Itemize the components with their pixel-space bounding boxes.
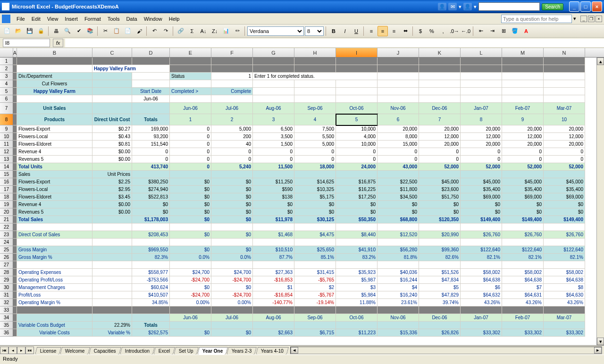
comma-button[interactable]: ,	[438, 26, 448, 36]
cell[interactable]: 52,000	[544, 163, 585, 171]
cell[interactable]: -$24,700	[211, 291, 253, 299]
cell[interactable]: $45,000	[544, 178, 585, 186]
cell[interactable]	[13, 216, 17, 223]
cell[interactable]: 6	[378, 114, 419, 125]
cell[interactable]: Start Date	[132, 88, 170, 95]
cell[interactable]	[92, 314, 132, 322]
scroll-right-icon[interactable]: ▸	[594, 347, 602, 354]
cell[interactable]: 1	[211, 73, 253, 80]
cell[interactable]	[294, 95, 336, 103]
cell[interactable]: $15,336	[378, 329, 419, 337]
copy-button[interactable]: 📋	[111, 26, 122, 36]
cell[interactable]: $40,036	[378, 269, 419, 276]
cell[interactable]	[502, 239, 544, 246]
close-button[interactable]: ×	[592, 1, 602, 12]
cell[interactable]: 10,000	[336, 141, 378, 148]
cell[interactable]: $558,977	[132, 269, 170, 276]
cell[interactable]	[92, 231, 132, 239]
cell[interactable]	[461, 80, 502, 88]
cell[interactable]: $64,638	[544, 276, 585, 284]
cell[interactable]: $0	[211, 201, 253, 208]
cell[interactable]: 0	[502, 148, 544, 156]
cell[interactable]	[170, 58, 211, 65]
cell[interactable]: Dec-06	[419, 103, 461, 114]
cell[interactable]: $60,624	[132, 284, 170, 291]
cell[interactable]: Operating Margin %	[17, 299, 92, 306]
sheet-tab-years-2-3[interactable]: Years 2-3	[226, 347, 257, 355]
cell[interactable]: 20,000	[461, 141, 502, 148]
hyperlink-button[interactable]: 🔗	[176, 26, 186, 36]
row-header-14[interactable]: 14	[0, 163, 13, 171]
menu-tools[interactable]: Tools	[104, 15, 123, 23]
cell[interactable]: 52,000	[461, 163, 502, 171]
cell[interactable]: -$16,853	[253, 276, 294, 284]
redo-button[interactable]: ↷	[160, 26, 171, 36]
cell[interactable]: 12,000	[502, 133, 544, 141]
cell[interactable]: Total Sales	[17, 216, 92, 223]
cell[interactable]	[253, 95, 294, 103]
row-header-3[interactable]: 3	[0, 73, 13, 80]
cell[interactable]	[132, 223, 170, 231]
cell[interactable]: Jul-06	[211, 314, 253, 322]
cell[interactable]	[92, 223, 132, 231]
cell[interactable]: 23.61%	[378, 299, 419, 306]
cell[interactable]: 40	[211, 141, 253, 148]
cell[interactable]	[17, 314, 92, 322]
cell[interactable]	[17, 306, 92, 314]
cell[interactable]: $27,363	[253, 269, 294, 276]
cell[interactable]: $5,984	[336, 291, 378, 299]
cell[interactable]: -140.77%	[253, 299, 294, 306]
cell[interactable]: $0	[170, 329, 211, 337]
cell[interactable]: 0	[170, 133, 211, 141]
cell[interactable]	[461, 261, 502, 269]
cell[interactable]: $45,000	[419, 178, 461, 186]
cell[interactable]: $8,440	[336, 231, 378, 239]
sheet-tab-capacities[interactable]: Capacities	[89, 347, 121, 355]
cell[interactable]: $35,400	[502, 186, 544, 193]
scroll-up-icon[interactable]: ▴	[597, 58, 604, 65]
cell[interactable]	[211, 58, 253, 65]
autosum-button[interactable]: Σ	[187, 26, 197, 36]
undo-button[interactable]: ↶	[149, 26, 159, 36]
col-header-C[interactable]: C	[92, 48, 132, 57]
cell[interactable]: 52,000	[502, 163, 544, 171]
cell[interactable]	[92, 261, 132, 269]
cell[interactable]	[170, 65, 211, 73]
sheet-tab-introduction[interactable]: Introduction	[120, 347, 155, 355]
cell[interactable]: $6	[461, 284, 502, 291]
cell[interactable]: $64,631	[502, 291, 544, 299]
cell[interactable]: 12,000	[544, 133, 585, 141]
cell[interactable]	[13, 299, 17, 306]
cell[interactable]	[544, 239, 585, 246]
cell[interactable]: $0	[253, 201, 294, 208]
cell[interactable]: $0	[211, 329, 253, 337]
cell[interactable]: Variable Costs Budget	[17, 322, 92, 329]
cell[interactable]: $0	[170, 231, 211, 239]
print-button[interactable]: 🖶	[51, 26, 61, 36]
sheet-tab-set-up[interactable]: Set Up	[174, 347, 199, 355]
cell[interactable]: $58,002	[502, 269, 544, 276]
cell[interactable]: Oct-06	[336, 314, 378, 322]
cell[interactable]: $35,400	[544, 186, 585, 193]
cell[interactable]: Operating Expenses	[17, 269, 92, 276]
cell[interactable]	[253, 306, 294, 314]
cell[interactable]	[13, 95, 17, 103]
cell[interactable]	[502, 73, 544, 80]
cell[interactable]	[253, 58, 294, 65]
cell[interactable]	[378, 65, 419, 73]
cell[interactable]: 0	[253, 156, 294, 163]
cell[interactable]	[544, 58, 585, 65]
cell[interactable]: $149,400	[502, 216, 544, 223]
cell[interactable]: $0	[461, 201, 502, 208]
cell[interactable]: Sep-06	[294, 314, 336, 322]
cell[interactable]: $16,225	[336, 186, 378, 193]
align-center-button[interactable]: ≡	[378, 26, 388, 36]
font-size-select[interactable]: 8	[305, 26, 324, 36]
cell[interactable]: $8	[544, 284, 585, 291]
cell[interactable]: 87.7%	[253, 254, 294, 261]
row-header-18[interactable]: 18	[0, 193, 13, 201]
cell[interactable]: $380,250	[132, 178, 170, 186]
cell[interactable]: $0	[502, 201, 544, 208]
cell[interactable]: Jan-07	[461, 103, 502, 114]
cell[interactable]: 151,540	[132, 141, 170, 148]
